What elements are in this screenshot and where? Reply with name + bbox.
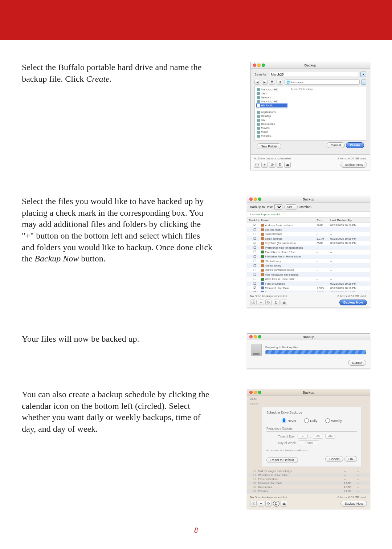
- list-item[interactable]: ☑Microsoft User Data1.68G03/28/2005 10:1…: [247, 286, 370, 290]
- list-item[interactable]: ☐Excel files in Home folder----: [247, 250, 370, 254]
- radio-weekly[interactable]: Weekly: [325, 418, 342, 423]
- schedule-button[interactable]: 🗓: [277, 162, 283, 168]
- list-item[interactable]: ☑Safari settings1.01M03/28/2005 10:16 PM: [247, 236, 370, 241]
- disclosure-button[interactable]: ▲: [360, 72, 366, 77]
- new-folder-button[interactable]: New Folder: [257, 143, 281, 149]
- eject-button[interactable]: ⏏: [281, 501, 287, 507]
- list-item[interactable]: ☐iTunes purchased music----: [247, 268, 370, 272]
- checkbox[interactable]: ☐: [249, 250, 261, 254]
- hour-select[interactable]: 4: [298, 434, 308, 439]
- sidebar-item[interactable]: HD-PHSU: [256, 103, 287, 107]
- file-item[interactable]: March24.backup: [291, 88, 313, 91]
- sidebar-item[interactable]: Pictures: [256, 134, 287, 138]
- ampm-select[interactable]: AM: [325, 434, 335, 439]
- checkbox[interactable]: ☐: [249, 246, 261, 249]
- sidebar-item[interactable]: Macintosh HD: [256, 88, 287, 92]
- checkbox[interactable]: ☐: [249, 264, 261, 268]
- sidebar-item[interactable]: Music: [256, 130, 287, 134]
- list-item[interactable]: ☑Address Book contacts168K03/28/2005 10:…: [247, 223, 370, 227]
- schedule-button-circled[interactable]: 🗓: [273, 501, 279, 507]
- close-icon[interactable]: [249, 335, 253, 338]
- day-of-week-select[interactable]: Friday: [299, 440, 319, 445]
- cancel-button[interactable]: Cancel: [327, 142, 345, 148]
- radio-daily[interactable]: Daily: [304, 418, 317, 423]
- checkbox[interactable]: ☑: [249, 237, 261, 240]
- minimize-icon[interactable]: [254, 198, 257, 201]
- sidebar-item[interactable]: dav: [256, 118, 287, 122]
- list-item[interactable]: ☐iTunes library----: [247, 263, 370, 268]
- list-item[interactable]: ☐Word files in Home folder----: [247, 277, 370, 281]
- info-button[interactable]: ⓘ: [250, 300, 257, 305]
- add-button[interactable]: +: [261, 162, 268, 168]
- list-item[interactable]: ☐FileMaker files in Home folder----: [247, 255, 370, 259]
- checkbox[interactable]: ☐: [249, 232, 261, 236]
- view-icon-button[interactable]: ≣: [269, 80, 275, 85]
- sidebar-item[interactable]: Documents: [256, 122, 287, 126]
- sidebar-item[interactable]: Applications: [256, 110, 287, 114]
- list-item[interactable]: ☐iPhoto library----: [247, 259, 370, 263]
- close-icon[interactable]: [249, 198, 253, 201]
- zoom-icon[interactable]: [258, 335, 261, 338]
- eject-button[interactable]: ⏏: [281, 300, 287, 305]
- checkbox[interactable]: ☑: [249, 223, 261, 227]
- radio-never[interactable]: Never: [282, 418, 296, 423]
- sidebar-item[interactable]: Movies: [256, 126, 287, 130]
- refresh-button[interactable]: ⟳: [265, 300, 272, 305]
- info-button[interactable]: ⓘ: [254, 162, 260, 168]
- checkbox[interactable]: ☑: [249, 241, 261, 245]
- sidebar-item[interactable]: Network: [256, 95, 287, 99]
- nav-fwd-button[interactable]: ▶: [262, 80, 268, 85]
- create-button[interactable]: Create: [346, 142, 364, 148]
- checkbox[interactable]: ☐: [249, 259, 261, 263]
- minimize-icon[interactable]: [254, 391, 257, 394]
- backup-destination-select[interactable]: [274, 204, 282, 210]
- list-item[interactable]: ☐Mail messages and settings----: [247, 272, 370, 277]
- reset-default-button[interactable]: Reset to Default: [266, 457, 298, 463]
- list-item[interactable]: ☐Preference files for applications----: [247, 245, 370, 250]
- info-button[interactable]: ⓘ: [250, 501, 257, 507]
- location-popup[interactable]: 🌐 share-mac: [285, 80, 360, 85]
- list-item[interactable]: ☑Documents4.30G03/28/2005 10:16 PM: [247, 290, 370, 292]
- set-button[interactable]: Set…: [284, 204, 298, 210]
- cancel-button[interactable]: Cancel: [348, 360, 366, 366]
- close-icon[interactable]: [249, 391, 253, 394]
- minimize-icon[interactable]: [257, 64, 261, 67]
- checkbox[interactable]: ☐: [249, 273, 261, 276]
- item-icon: [261, 260, 264, 263]
- backup-now-button[interactable]: Backup Now: [340, 162, 367, 168]
- schedule-button[interactable]: 🗓: [273, 300, 279, 305]
- eject-button[interactable]: ⏏: [284, 162, 291, 168]
- list-item[interactable]: ☐Files on Desktop--03/28/2005 10:16 PM: [247, 281, 370, 286]
- view-col-button[interactable]: ⫿⫿: [277, 80, 283, 85]
- sidebar-item[interactable]: Macintosh HD: [256, 99, 287, 103]
- backup-now-button[interactable]: Backup Now: [340, 501, 367, 507]
- save-as-input[interactable]: [270, 72, 358, 77]
- list-item[interactable]: ☐iCal calendars----: [247, 232, 370, 236]
- checkbox[interactable]: ☐: [249, 277, 261, 281]
- add-button[interactable]: +: [258, 300, 264, 305]
- checkbox[interactable]: ☐: [249, 228, 261, 232]
- zoom-icon[interactable]: [258, 198, 261, 201]
- sidebar-item[interactable]: Desktop: [256, 114, 287, 118]
- sidebar-item[interactable]: iDisk: [256, 92, 287, 95]
- minute-select[interactable]: 00: [313, 434, 323, 439]
- close-icon[interactable]: [253, 64, 256, 67]
- add-button[interactable]: +: [258, 501, 264, 507]
- list-item[interactable]: ☐Stickies notes----: [247, 227, 370, 232]
- minimize-icon[interactable]: [254, 335, 257, 338]
- zoom-icon[interactable]: [262, 64, 265, 67]
- checkbox[interactable]: ☐: [249, 268, 261, 272]
- zoom-icon[interactable]: [258, 391, 261, 394]
- list-item[interactable]: ☑Keychain (for passwords)256K03/28/2005 …: [247, 241, 370, 245]
- refresh-button[interactable]: ⟳: [265, 501, 272, 507]
- refresh-button[interactable]: ⟳: [269, 162, 275, 168]
- location-chevron-icon[interactable]: [361, 80, 366, 85]
- checkbox[interactable]: ☐: [249, 282, 261, 285]
- checkbox[interactable]: ☑: [249, 291, 261, 292]
- cancel-button[interactable]: Cancel: [325, 456, 343, 462]
- checkbox[interactable]: ☑: [249, 286, 261, 290]
- checkbox[interactable]: ☐: [249, 255, 261, 259]
- backup-now-button[interactable]: Backup Now: [339, 300, 367, 305]
- nav-back-button[interactable]: ◀: [254, 80, 260, 85]
- ok-button[interactable]: OK: [344, 456, 357, 462]
